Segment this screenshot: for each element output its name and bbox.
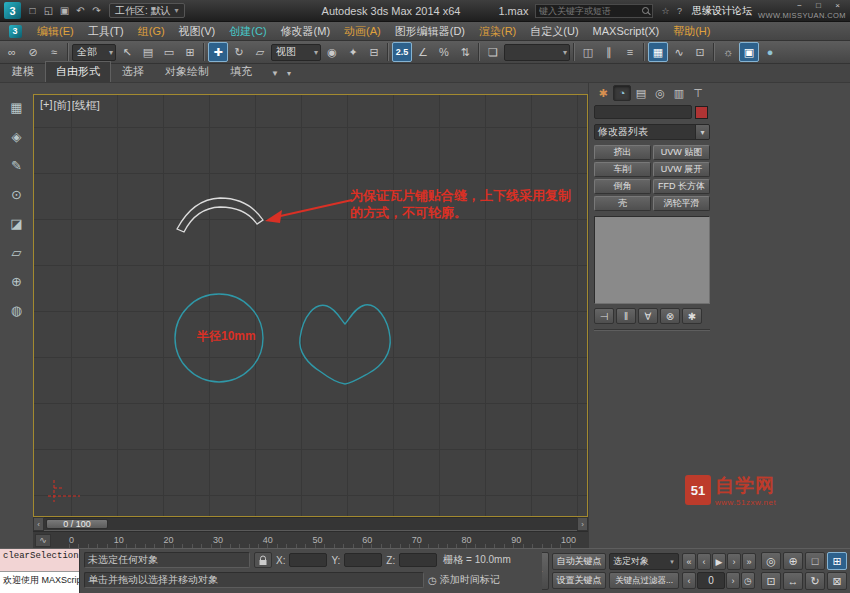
selection-set-dropdown[interactable]: 选定对象 ▾	[609, 553, 679, 570]
modifier-list-dropdown[interactable]: 修改器列表 ▾	[594, 124, 710, 140]
viewport-menu-shading[interactable]: [线框]	[72, 98, 100, 113]
ribbon-minimize-icon[interactable]: ▼	[271, 69, 279, 78]
edit-named-sets-icon[interactable]: ❏ ▾	[483, 42, 503, 62]
menu-item[interactable]: MAXScript(X)	[586, 22, 667, 40]
spinner-snap-icon[interactable]: ⇅ ▾	[455, 42, 475, 62]
timeline-tick[interactable]: 40	[263, 535, 273, 545]
ribbon-options-icon[interactable]: ▾	[287, 69, 291, 78]
freeform-shapes-icon[interactable]: ◪	[7, 213, 27, 233]
search-go-icon[interactable]: ☆	[659, 4, 672, 18]
select-and-scale-icon[interactable]: ▱ ▾	[250, 42, 270, 62]
timeline-tick[interactable]: 30	[213, 535, 223, 545]
menu-item[interactable]: 组(G)	[131, 22, 172, 40]
arc-spline[interactable]	[177, 198, 263, 232]
time-slider-handle[interactable]: 0 / 100	[46, 519, 108, 529]
previous-frame-icon[interactable]: ‹	[697, 553, 711, 570]
timeline-tick[interactable]: 20	[163, 535, 173, 545]
play-animation-icon[interactable]: ▶	[712, 553, 726, 570]
select-object-icon[interactable]: ↖ ▾	[117, 42, 137, 62]
toolbar-item[interactable]: ▾	[67, 43, 69, 61]
timeline-tick[interactable]: 10	[114, 535, 124, 545]
time-configuration-icon[interactable]: ◷	[741, 572, 755, 589]
remove-modifier-icon[interactable]: ⊗	[660, 308, 680, 324]
freeform-surface-icon[interactable]: ◈	[7, 126, 27, 146]
schematic-view-icon[interactable]: ⊡ ▾	[690, 42, 710, 62]
freeform-deform-icon[interactable]: ▱	[7, 242, 27, 262]
toolbar-item[interactable]: ▾	[387, 43, 389, 61]
app-logo-icon[interactable]: 3	[4, 2, 21, 19]
render-setup-icon[interactable]: ☼ ▾	[718, 42, 738, 62]
freeform-attach-icon[interactable]: ⊕	[7, 271, 27, 291]
search-box[interactable]	[535, 4, 653, 18]
timeline-tick[interactable]: 100	[561, 535, 576, 545]
object-name-field[interactable]	[594, 105, 692, 119]
toolbar-item[interactable]: ▾	[203, 43, 205, 61]
window-crossing-icon[interactable]: ⊞ ▾	[180, 42, 200, 62]
percent-snap-icon[interactable]: % ▾	[434, 42, 454, 62]
timeline-tick[interactable]: 80	[462, 535, 472, 545]
menu-item[interactable]: 修改器(M)	[274, 22, 338, 40]
timeline-tick[interactable]: 60	[362, 535, 372, 545]
align-icon[interactable]: ∥ ▾	[599, 42, 619, 62]
toolbar-item[interactable]: ▾	[713, 43, 715, 61]
modifier-button[interactable]: UVW 展开	[653, 162, 710, 177]
key-filters-button[interactable]: 关键点过滤器...	[609, 572, 679, 589]
ribbon-toggle-icon[interactable]: ▦ ▾	[648, 42, 668, 62]
open-file-icon[interactable]: ◱	[41, 3, 56, 19]
menu-item[interactable]: 工具(T)	[81, 22, 131, 40]
zoom-extents-icon[interactable]: □	[805, 552, 825, 570]
mini-curve-editor-icon[interactable]: ∿	[35, 534, 51, 547]
menu-item[interactable]: 自定义(U)	[523, 22, 585, 40]
display-tab-icon[interactable]: ▥	[670, 85, 688, 101]
zoom-icon[interactable]: ◎	[761, 552, 781, 570]
freeform-relax-icon[interactable]: ◍	[7, 300, 27, 320]
menu-item[interactable]: 渲染(R)	[472, 22, 523, 40]
go-to-end-icon[interactable]: »	[742, 553, 756, 570]
viewport-menu-general[interactable]: [+]	[40, 98, 53, 113]
menu-item[interactable]: 编辑(E)	[30, 22, 81, 40]
macro-recorder-line[interactable]: clearSelection	[0, 549, 79, 572]
toolbar-item[interactable]: ▾	[478, 43, 480, 61]
workspace-dropdown[interactable]: 工作区: 默认 ▾	[109, 3, 185, 18]
freeform-optimize-icon[interactable]: ⊙	[7, 184, 27, 204]
make-unique-icon[interactable]: ∀	[638, 308, 658, 324]
modifier-button[interactable]: 壳	[594, 196, 651, 211]
freeform-polydraw-icon[interactable]: ▦	[7, 97, 27, 117]
modifier-stack-list[interactable]	[594, 216, 710, 304]
ribbon-tab[interactable]: 对象绘制	[155, 62, 219, 82]
selection-lock-icon[interactable]	[254, 552, 272, 568]
hierarchy-tab-icon[interactable]: ▤	[632, 85, 650, 101]
timeline-tick[interactable]: 0	[69, 535, 74, 545]
pin-stack-icon[interactable]: ⊣	[594, 308, 614, 324]
menu-item[interactable]: 创建(C)	[222, 22, 273, 40]
maximize-viewport-icon[interactable]: ⊠	[827, 572, 847, 590]
curve-editor-icon[interactable]: ∿ ▾	[669, 42, 689, 62]
render-production-icon[interactable]: ● ▾	[760, 42, 780, 62]
pan-view-icon[interactable]: ↔	[783, 572, 803, 590]
tile-profile-spline[interactable]	[300, 305, 391, 384]
select-by-name-icon[interactable]: ▤ ▾	[138, 42, 158, 62]
rendered-frame-icon[interactable]: ▣ ▾	[739, 42, 759, 62]
zoom-region-icon[interactable]: ⊡	[761, 572, 781, 590]
restore-button[interactable]: □	[810, 1, 827, 10]
coord-x-field[interactable]	[289, 553, 327, 567]
create-tab-icon[interactable]: ✱	[594, 85, 612, 101]
track-bar[interactable]: ∿ 0102030405060708090100	[33, 531, 588, 548]
viewport-front[interactable]: [+][前][线框] 为保证瓦片铺贴合缝，上下线采用复制	[33, 94, 588, 517]
auto-key-button[interactable]: 自动关键点	[552, 553, 606, 570]
select-and-rotate-icon[interactable]: ↻ ▾	[229, 42, 249, 62]
coord-y-field[interactable]	[344, 553, 382, 567]
mirror-icon[interactable]: ◫ ▾	[578, 42, 598, 62]
bind-to-space-warp-icon[interactable]: ≈ ▾	[44, 42, 64, 62]
use-pivot-center-icon[interactable]: ◉ ▾	[322, 42, 342, 62]
freeform-paint-icon[interactable]: ✎	[7, 155, 27, 175]
ribbon-tab[interactable]: 填充	[220, 62, 262, 82]
configure-modifier-sets-icon[interactable]: ✱	[682, 308, 702, 324]
time-slider-next-icon[interactable]: ›	[577, 517, 588, 531]
time-slider-prev-icon[interactable]: ‹	[33, 517, 44, 531]
selection-filter-dropdown[interactable]: 全部 ▾	[72, 44, 116, 61]
modifier-button[interactable]: UVW 贴图	[653, 145, 710, 160]
current-frame-field[interactable]: 0	[697, 572, 725, 589]
select-and-manipulate-icon[interactable]: ✦ ▾	[343, 42, 363, 62]
add-time-tag-button[interactable]: ◷ 添加时间标记	[428, 573, 500, 587]
